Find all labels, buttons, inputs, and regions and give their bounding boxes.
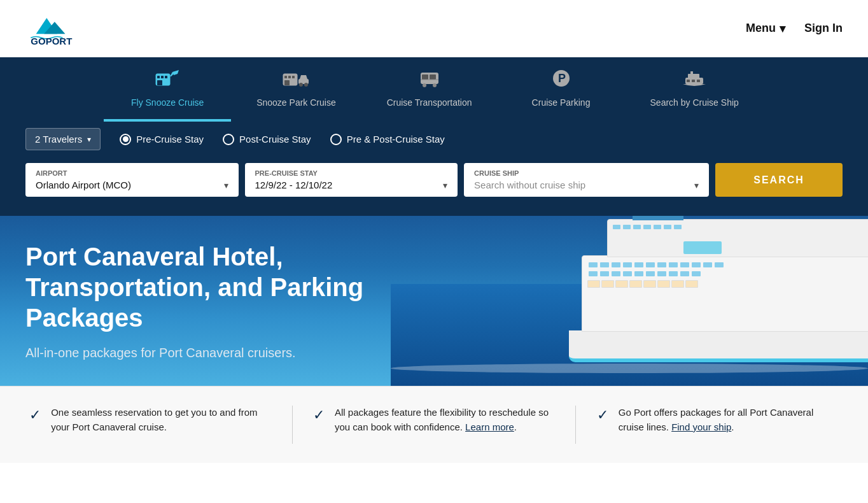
parking-icon: P: [552, 69, 571, 92]
transportation-icon-svg: [418, 69, 441, 88]
header-nav: Menu ▾ Sign In: [746, 22, 843, 36]
feature-text-1: One seamless reservation to get you to a…: [51, 406, 271, 434]
svg-point-20: [433, 83, 437, 87]
travelers-label: 2 Travelers: [35, 134, 82, 145]
svg-rect-11: [292, 76, 295, 78]
nav-item-snooze-park-cruise[interactable]: Snooze Park Cruise: [231, 57, 361, 122]
ship-field-value-row: Search without cruise ship ▾: [474, 180, 699, 190]
nav-label-search-ship: Search by Cruise Ship: [650, 97, 739, 108]
svg-text:P: P: [558, 72, 566, 85]
nav-label-parking: Cruise Parking: [532, 97, 591, 108]
nav-item-cruise-transportation[interactable]: Cruise Transportation: [361, 57, 498, 122]
logo-svg: GOPORT: [25, 10, 89, 48]
svg-rect-26: [690, 71, 693, 75]
post-cruise-stay-option[interactable]: Post-Cruise Stay: [223, 134, 311, 145]
svg-rect-29: [697, 80, 700, 82]
learn-more-link[interactable]: Learn more: [465, 422, 514, 432]
svg-rect-5: [161, 76, 164, 78]
pre-post-cruise-stay-option[interactable]: Pre & Post-Cruise Stay: [330, 134, 445, 145]
pre-cruise-radio[interactable]: [120, 134, 131, 145]
feature-item-2: ✓ All packages feature the flexibility t…: [313, 406, 555, 434]
post-cruise-label: Post-Cruise Stay: [239, 134, 311, 145]
nav-label-transportation: Cruise Transportation: [387, 97, 472, 108]
feature-text-3: Go Port offers packages for all Port Can…: [619, 406, 839, 434]
menu-button[interactable]: Menu ▾: [746, 22, 785, 36]
ship-visual: [569, 222, 868, 381]
date-value: 12/9/22 - 12/10/22: [255, 180, 333, 190]
svg-rect-7: [157, 80, 162, 85]
svg-rect-18: [430, 74, 436, 80]
ship-value: Search without cruise ship: [474, 180, 585, 190]
svg-point-19: [423, 83, 426, 87]
hotel-car-icon: [282, 69, 310, 92]
check-icon-2: ✓: [313, 407, 325, 423]
svg-rect-25: [688, 74, 699, 79]
svg-point-15: [304, 83, 308, 87]
travelers-select[interactable]: 2 Travelers ▾: [25, 128, 101, 150]
airport-value: Orlando Airport (MCO): [36, 180, 131, 190]
hero-title: Port Canaveral Hotel, Transportation, an…: [25, 241, 407, 333]
check-icon-3: ✓: [597, 407, 608, 423]
svg-rect-17: [422, 74, 428, 80]
search-options-row: 2 Travelers ▾ Pre-Cruise Stay Post-Cruis…: [25, 122, 843, 163]
snooze-park-icon-svg: [282, 69, 310, 88]
svg-text:GOPORT: GOPORT: [31, 36, 72, 46]
hotel-plane-icon: [155, 69, 180, 92]
logo[interactable]: GOPORT: [25, 10, 89, 48]
svg-rect-27: [687, 80, 690, 82]
date-field[interactable]: Pre-Cruise Stay 12/9/22 - 12/10/22 ▾: [245, 163, 458, 197]
ship-field[interactable]: Cruise Ship Search without cruise ship ▾: [464, 163, 709, 197]
airport-chevron-icon: ▾: [224, 180, 228, 190]
airport-field[interactable]: Airport Orlando Airport (MCO) ▾: [25, 163, 239, 197]
hero-section: Port Canaveral Hotel, Transportation, an…: [0, 216, 868, 386]
nav-bar: Fly Snooze Cruise Snooze Park Cruise: [0, 57, 868, 122]
feature-text-2: All packages feature the flexibility to …: [335, 406, 555, 434]
date-field-value-row: 12/9/22 - 12/10/22 ▾: [255, 180, 448, 190]
signin-button[interactable]: Sign In: [804, 22, 843, 35]
date-field-label: Pre-Cruise Stay: [255, 169, 448, 177]
svg-rect-12: [284, 80, 290, 85]
nav-label-fly-snooze: Fly Snooze Cruise: [131, 97, 204, 108]
search-panel: 2 Travelers ▾ Pre-Cruise Stay Post-Cruis…: [0, 122, 868, 216]
cruise-ship-icon: [682, 69, 707, 92]
pre-cruise-stay-option[interactable]: Pre-Cruise Stay: [120, 134, 204, 145]
hero-subtitle: All-in-one packages for Port Canaveral c…: [25, 346, 407, 360]
svg-rect-9: [284, 76, 287, 78]
ship-image-area: [391, 216, 868, 386]
features-bar: ✓ One seamless reservation to get you to…: [0, 386, 868, 463]
svg-rect-28: [692, 80, 695, 82]
nav-item-cruise-parking[interactable]: P Cruise Parking: [498, 57, 625, 122]
feature-item-3: ✓ Go Port offers packages for all Port C…: [597, 406, 839, 434]
header: GOPORT Menu ▾ Sign In: [0, 0, 868, 57]
feature-divider-1: [292, 406, 293, 444]
hero-content: Port Canaveral Hotel, Transportation, an…: [25, 241, 407, 360]
ship-field-label: Cruise Ship: [474, 169, 699, 177]
ship-chevron-icon: ▾: [694, 180, 699, 190]
search-fields-row: Airport Orlando Airport (MCO) ▾ Pre-Crui…: [25, 163, 843, 197]
find-ship-link[interactable]: Find your ship: [671, 422, 731, 432]
bus-icon: [418, 69, 441, 92]
svg-rect-4: [157, 76, 160, 78]
post-cruise-radio[interactable]: [223, 134, 234, 145]
search-button[interactable]: SEARCH: [715, 163, 843, 197]
airport-field-label: Airport: [36, 169, 228, 177]
svg-rect-10: [288, 76, 291, 78]
parking-icon-svg: P: [552, 69, 571, 88]
nav-item-search-by-ship[interactable]: Search by Cruise Ship: [625, 57, 764, 122]
feature-divider-2: [575, 406, 576, 444]
travelers-chevron-icon: ▾: [87, 135, 91, 144]
svg-rect-6: [165, 76, 167, 78]
pre-cruise-label: Pre-Cruise Stay: [136, 134, 204, 145]
chevron-down-icon: ▾: [780, 22, 785, 36]
date-chevron-icon: ▾: [443, 180, 447, 190]
check-icon-1: ✓: [29, 407, 41, 423]
airport-field-value-row: Orlando Airport (MCO) ▾: [36, 180, 228, 190]
pre-post-cruise-label: Pre & Post-Cruise Stay: [347, 134, 445, 145]
svg-point-14: [299, 83, 303, 87]
nav-label-snooze-park: Snooze Park Cruise: [256, 97, 336, 108]
menu-label: Menu: [746, 22, 776, 35]
pre-post-cruise-radio[interactable]: [330, 134, 342, 145]
nav-item-fly-snooze-cruise[interactable]: Fly Snooze Cruise: [104, 57, 231, 122]
cruise-ship-icon-svg: [682, 69, 707, 88]
feature-item-1: ✓ One seamless reservation to get you to…: [29, 406, 271, 434]
